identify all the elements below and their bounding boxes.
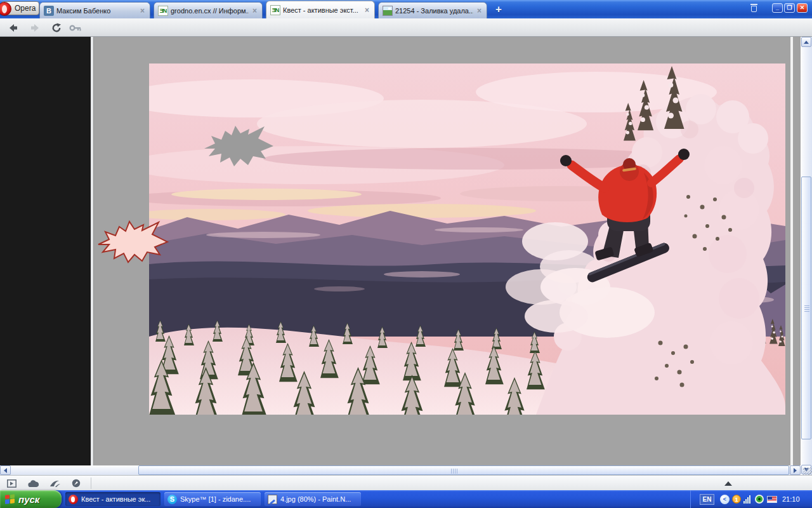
hide-icons-chevron[interactable]: < — [720, 495, 730, 504]
panel-icon — [7, 479, 16, 488]
horizontal-scrollbar[interactable] — [0, 465, 801, 475]
tab-close-icon[interactable]: × — [363, 6, 370, 15]
tab-quest-active[interactable]: ƎN Квест - активные экст... × — [266, 1, 375, 18]
page-right-edge — [790, 37, 793, 465]
system-tray: EN < 1 21:10 — [690, 490, 812, 508]
opera-link-button[interactable] — [70, 478, 82, 488]
back-arrow-icon — [8, 23, 18, 33]
page-divider — [91, 37, 94, 465]
taskbar-button-paintnet[interactable]: 4.jpg (80%) - Paint.N... — [265, 492, 361, 506]
new-tab-button[interactable]: + — [492, 4, 505, 15]
wand-key-icon[interactable] — [69, 21, 82, 34]
windows-logo-icon — [5, 494, 15, 505]
taskbar-button-opera[interactable]: Квест - активные эк... — [65, 492, 160, 506]
network-signal-icon[interactable] — [743, 495, 752, 504]
page-viewport — [0, 37, 801, 465]
restore-button[interactable]: ❐ — [784, 3, 795, 13]
minimize-button[interactable]: _ — [772, 3, 783, 13]
tab-grodno[interactable]: ƎN grodno.en.cx // Информ... × — [154, 2, 263, 18]
tab-image-21254[interactable]: 21254 - Заливка удала... × — [378, 2, 487, 18]
skype-tray-icon[interactable]: 1 — [732, 495, 741, 504]
page-black-sidebar — [0, 37, 91, 465]
tab-title: grodno.en.cx // Информ... — [171, 7, 249, 15]
scroll-left-button[interactable] — [0, 465, 11, 475]
tab-title: 21254 - Заливка удала... — [395, 7, 473, 15]
close-button[interactable]: ✕ — [797, 3, 808, 13]
opera-turbo-button[interactable] — [49, 478, 62, 488]
statusbar-separator — [91, 478, 91, 489]
puzzle-piece-pink[interactable] — [95, 218, 170, 265]
status-bar — [0, 475, 812, 490]
antivirus-tray-icon[interactable] — [755, 495, 764, 504]
tray-clock[interactable]: 21:10 — [782, 495, 800, 503]
start-label: пуск — [18, 494, 39, 505]
vertical-scrollbar[interactable] — [801, 37, 812, 475]
tab-vk[interactable]: B Максим Бабенко × — [39, 2, 150, 18]
vk-favicon: B — [44, 6, 54, 16]
compass-icon — [72, 479, 81, 488]
tab-close-icon[interactable]: × — [251, 6, 258, 15]
puzzle-game-photo — [149, 64, 785, 415]
start-button[interactable]: пуск — [0, 490, 62, 508]
reload-button[interactable] — [49, 21, 63, 34]
language-indicator[interactable]: EN — [700, 494, 714, 505]
browser-window: Opera B Максим Бабенко × ƎN grodno.en.cx… — [0, 0, 812, 508]
thumb-grip — [804, 305, 809, 313]
taskbar-button-label: 4.jpg (80%) - Paint.N... — [280, 495, 351, 503]
image-favicon — [383, 6, 393, 16]
back-button[interactable] — [6, 21, 20, 34]
panels-toggle-button[interactable] — [5, 478, 18, 488]
flag-tray-icon[interactable] — [767, 496, 777, 503]
opera-logo-icon — [0, 2, 11, 16]
vertical-scroll-thumb[interactable] — [801, 177, 811, 439]
address-toolbar: Веб online.quest.ua /GameEngine.aspx ▼ — [0, 18, 812, 37]
forward-button[interactable] — [28, 21, 42, 34]
closed-tabs-trash-icon[interactable] — [749, 4, 759, 13]
tab-close-icon[interactable]: × — [476, 6, 483, 15]
windows-taskbar: пуск Квест - активные эк... S Skype™ [1]… — [0, 490, 812, 508]
encounter-favicon: ƎN — [158, 6, 168, 16]
skype-icon: S — [167, 495, 177, 504]
taskbar-button-skype[interactable]: S Skype™ [1] - zidane.... — [164, 492, 261, 506]
opera-unite-button[interactable] — [27, 478, 39, 488]
opera-menu-button[interactable]: Opera — [1, 1, 39, 15]
tab-close-icon[interactable]: × — [139, 6, 146, 15]
reload-icon — [51, 23, 62, 33]
title-tab-bar: Opera B Максим Бабенко × ƎN grodno.en.cx… — [0, 0, 812, 18]
paintnet-icon — [268, 495, 277, 504]
up-arrow-icon — [804, 41, 809, 44]
taskbar-button-label: Skype™ [1] - zidane.... — [180, 495, 251, 503]
scroll-right-button[interactable] — [790, 465, 801, 475]
horizontal-scroll-thumb[interactable] — [138, 465, 789, 475]
tab-title: Максим Бабенко — [56, 7, 136, 15]
scroll-up-button[interactable] — [801, 37, 811, 47]
right-arrow-icon — [794, 468, 797, 473]
forward-arrow-icon — [30, 23, 40, 33]
taskbar-button-label: Квест - активные эк... — [81, 495, 150, 503]
cloud-icon — [27, 479, 39, 488]
opera-menu-label: Opera — [15, 4, 36, 13]
opera-icon — [69, 495, 78, 504]
resize-grip[interactable] — [803, 467, 812, 475]
left-arrow-icon — [4, 468, 7, 473]
encounter-favicon: ƎN — [270, 5, 280, 15]
fit-to-width-button[interactable] — [724, 481, 732, 486]
turbo-swoosh-icon — [49, 479, 61, 488]
tab-title: Квест - активные экст... — [283, 6, 361, 14]
thumb-grip — [451, 469, 459, 474]
